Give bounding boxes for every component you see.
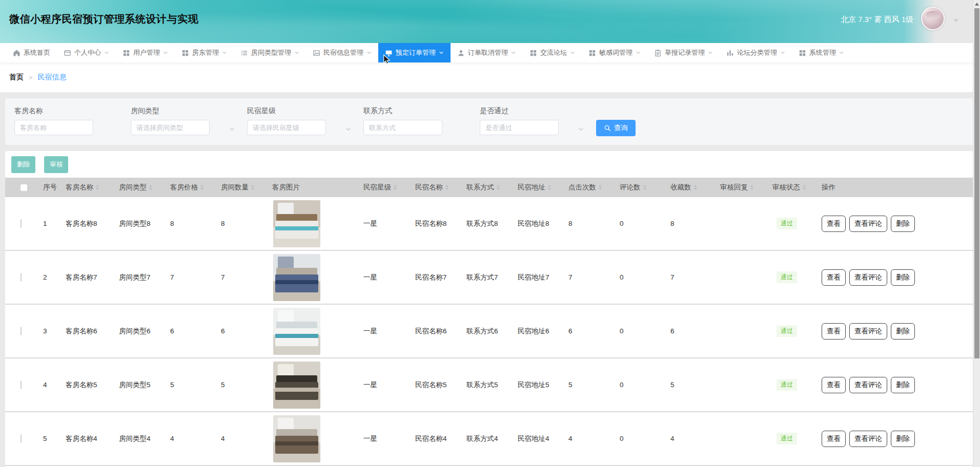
nav-item-icon	[654, 49, 662, 57]
chevron-down-icon	[570, 50, 575, 55]
row-action-查看评论[interactable]: 查看评论	[849, 323, 887, 339]
row-checkbox-cell	[5, 220, 43, 227]
filter-input-联系方式[interactable]	[363, 120, 442, 135]
column-header-审核状态[interactable]: 审核状态	[772, 183, 822, 192]
cell-star-level: 一星	[363, 327, 415, 336]
cell-clicks: 6	[568, 327, 620, 335]
delete-button[interactable]: 删除	[11, 156, 35, 173]
nav-item-交流论坛[interactable]: 交流论坛	[523, 43, 582, 62]
chevron-down-icon[interactable]	[229, 125, 235, 134]
select-all-checkbox[interactable]	[21, 184, 27, 191]
nav-item-房间类型管理[interactable]: 房间类型管理	[234, 43, 306, 62]
row-action-查看[interactable]: 查看	[822, 269, 846, 286]
nav-item-系统首页[interactable]: 系统首页	[6, 43, 57, 62]
filter-select-是否通过[interactable]	[480, 120, 559, 135]
room-photo	[273, 200, 320, 247]
nav-item-系统管理[interactable]: 系统管理	[792, 43, 851, 62]
scrollbar-up-arrow-icon[interactable]	[975, 3, 979, 6]
chevron-down-icon	[163, 50, 168, 55]
filter-select-民宿星级[interactable]	[247, 120, 326, 135]
filter-fields: 客房名称 房间类型 民宿星级 联系方式 是否通过	[14, 105, 596, 135]
avatar[interactable]	[921, 7, 945, 30]
cell-comments: 0	[620, 435, 670, 442]
filter-field: 民宿星级	[247, 105, 363, 135]
filter-field-label: 是否通过	[480, 105, 596, 116]
column-header-评论数[interactable]: 评论数	[620, 183, 670, 192]
chevron-down-icon[interactable]	[578, 125, 584, 134]
nav-item-label: 民宿信息管理	[323, 48, 363, 57]
nav-item-label: 系统首页	[24, 48, 50, 57]
chevron-down-icon	[780, 50, 785, 55]
row-action-查看评论[interactable]: 查看评论	[849, 377, 887, 393]
nav-item-icon	[122, 49, 130, 57]
column-header-序号[interactable]: 序号	[43, 183, 66, 192]
cell-comments: 0	[620, 220, 670, 227]
row-checkbox[interactable]	[21, 273, 22, 282]
row-action-删除[interactable]: 删除	[891, 377, 915, 393]
column-header-房间数量[interactable]: 房间数量	[221, 183, 272, 192]
row-action-查看[interactable]: 查看	[822, 377, 846, 393]
chevron-down-icon[interactable]	[953, 19, 958, 23]
column-header-民宿地址[interactable]: 民宿地址	[518, 183, 568, 192]
row-action-查看[interactable]: 查看	[822, 431, 846, 447]
nav-item-民宿信息管理[interactable]: 民宿信息管理	[306, 43, 378, 62]
row-action-查看评论[interactable]: 查看评论	[849, 269, 887, 286]
filter-select-房间类型[interactable]	[131, 120, 210, 135]
row-action-删除[interactable]: 删除	[891, 431, 915, 447]
row-action-删除[interactable]: 删除	[891, 323, 915, 339]
filter-input-客房名称[interactable]	[14, 120, 93, 135]
nav-item-论坛分类管理[interactable]: 论坛分类管理	[720, 43, 792, 62]
row-checkbox[interactable]	[21, 327, 22, 335]
column-header-客房图片[interactable]: 客房图片	[272, 183, 363, 192]
column-header-民宿星级[interactable]: 民宿星级	[363, 183, 415, 192]
row-checkbox[interactable]	[21, 219, 22, 228]
column-header-联系方式[interactable]: 联系方式	[466, 183, 518, 192]
nav-item-icon	[181, 49, 189, 57]
column-header-收藏数[interactable]: 收藏数	[670, 183, 720, 192]
scrollbar-thumb[interactable]	[974, 8, 979, 358]
cell-seq: 2	[43, 273, 66, 281]
cell-homestay-name: 民宿名称4	[415, 434, 466, 443]
row-checkbox[interactable]	[21, 380, 22, 389]
cell-clicks: 4	[568, 435, 620, 442]
mouse-cursor	[383, 54, 391, 65]
nav-item-icon	[13, 49, 21, 57]
row-checkbox[interactable]	[21, 434, 22, 443]
nav-item-房东管理[interactable]: 房东管理	[175, 43, 234, 62]
cell-contact: 联系方式6	[466, 327, 518, 336]
column-header-审核回复[interactable]: 审核回复	[720, 183, 772, 192]
cell-seq: 4	[43, 381, 66, 389]
cell-clicks: 5	[568, 381, 620, 389]
row-action-删除[interactable]: 删除	[891, 269, 915, 286]
row-action-查看[interactable]: 查看	[822, 216, 846, 232]
column-header-点击次数[interactable]: 点击次数	[568, 183, 620, 192]
audit-button[interactable]: 审核	[44, 156, 68, 173]
column-header-房间类型[interactable]: 房间类型	[119, 183, 170, 192]
column-header-客房名称[interactable]: 客房名称	[66, 183, 119, 192]
column-header-民宿名称[interactable]: 民宿名称	[415, 183, 466, 192]
search-button[interactable]: 查询	[596, 120, 636, 136]
nav-item-icon	[726, 49, 734, 57]
filter-field: 联系方式	[363, 105, 480, 135]
cell-star-level: 一星	[363, 380, 415, 390]
nav-item-用户管理[interactable]: 用户管理	[116, 43, 175, 62]
row-action-删除[interactable]: 删除	[891, 216, 915, 232]
breadcrumb-home[interactable]: 首页	[9, 73, 24, 82]
nav-item-个人中心[interactable]: 个人中心	[57, 43, 116, 62]
nav-item-订单取消管理[interactable]: 订单取消管理	[451, 43, 523, 62]
nav-item-举报记录管理[interactable]: 举报记录管理	[647, 43, 720, 62]
chevron-down-icon[interactable]	[345, 125, 351, 134]
column-header-操作[interactable]: 操作	[822, 183, 975, 192]
cell-address: 民宿地址5	[518, 380, 568, 390]
table-row: 1 客房名称8 房间类型8 8 8 一星 民宿名称8 联系方式8 民宿地址8 8…	[5, 197, 975, 251]
column-header-label: 客房图片	[272, 183, 300, 192]
row-action-查看[interactable]: 查看	[822, 323, 846, 339]
row-action-查看评论[interactable]: 查看评论	[849, 216, 887, 232]
row-action-查看评论[interactable]: 查看评论	[849, 431, 887, 447]
cell-homestay-name: 民宿名称6	[415, 327, 466, 336]
nav-item-敏感词管理[interactable]: 敏感词管理	[582, 43, 647, 62]
sort-carets-icon	[643, 185, 646, 190]
sort-carets-icon	[497, 185, 500, 190]
column-header-客房价格[interactable]: 客房价格	[170, 183, 221, 192]
row-checkbox-cell	[5, 327, 43, 335]
